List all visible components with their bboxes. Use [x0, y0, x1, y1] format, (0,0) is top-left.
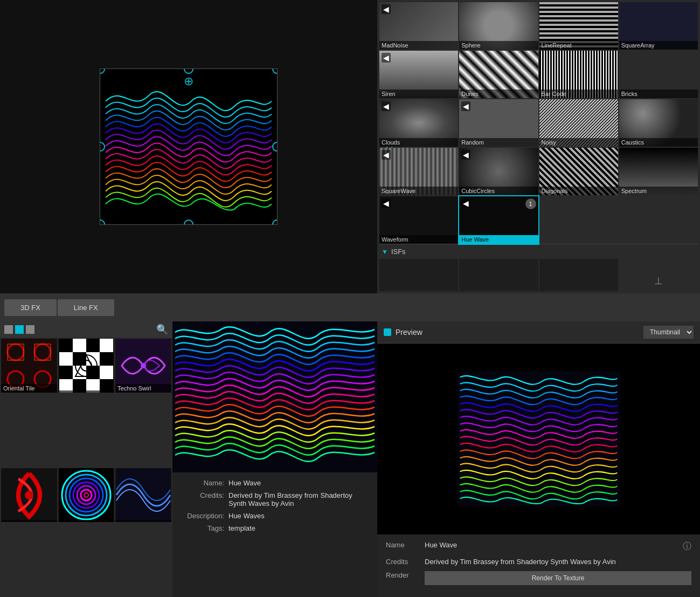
texture-label-cubiccircles: CubicCircles — [459, 187, 538, 195]
source-list-panel: 🔍 Oriental Tile — [0, 321, 172, 597]
detail-description-label: Description: — [181, 512, 224, 520]
info-icon[interactable]: ⓘ — [683, 541, 691, 552]
play-btn-random[interactable]: ◀ — [461, 101, 470, 111]
source-toolbar: 🔍 — [0, 321, 172, 338]
source-label-redswirl — [1, 520, 57, 522]
source-item-concentric[interactable] — [58, 468, 114, 522]
bottom-area: 🔍 Oriental Tile — [0, 321, 700, 597]
texture-item-waveform[interactable]: ◀Waveform — [379, 196, 458, 244]
texture-item-dunes[interactable]: Dunes — [459, 51, 538, 98]
svg-rect-34 — [457, 372, 620, 506]
texture-label-linerepeat: LineRepeat — [539, 41, 618, 50]
texture-item-caustics[interactable]: Caustics — [619, 99, 698, 147]
isf-grid: ⊥ — [379, 259, 698, 291]
badge-huewave: 1 — [525, 198, 536, 209]
info-name-row: Name Hue Wave ⓘ — [386, 541, 691, 552]
texture-label-spectrum: Spectrum — [619, 187, 698, 195]
detail-credits-value: Derived by Tim Brassey from Shadertoy Sy… — [228, 491, 369, 507]
svg-rect-9 — [59, 339, 73, 352]
play-btn-madnoise[interactable]: ◀ — [382, 4, 391, 14]
play-btn-waveform[interactable]: ◀ — [382, 198, 391, 208]
isf-add-button[interactable]: ⊥ — [619, 259, 698, 291]
detail-description-value: Hue Waves — [228, 512, 369, 520]
preview-dropdown[interactable]: Thumbnail — [643, 326, 694, 339]
svg-rect-12 — [100, 352, 113, 366]
isf-arrow[interactable]: ▼ — [382, 248, 388, 256]
texture-item-clouds[interactable]: ◀Clouds — [379, 99, 458, 147]
texture-label-bricks: Bricks — [619, 90, 698, 98]
texture-label-huewave: Hue Wave — [459, 235, 538, 244]
texture-item-squarewave[interactable]: ◀SquareWave — [379, 148, 458, 195]
texture-item-diagonals[interactable]: Diagonals — [539, 148, 618, 195]
texture-label-diagonals: Diagonals — [539, 187, 618, 195]
play-btn-squarewave[interactable]: ◀ — [382, 150, 391, 160]
info-credits-label: Credits — [386, 558, 418, 566]
canvas-inner[interactable]: ⊕ — [100, 68, 278, 225]
texture-label-madnoise: MadNoise — [379, 41, 458, 50]
texture-label-dunes: Dunes — [459, 90, 538, 98]
3dfx-button[interactable]: 3D FX — [4, 299, 57, 316]
texture-item-spectrum[interactable]: Spectrum — [619, 148, 698, 195]
render-to-texture-button[interactable]: Render To Texture — [425, 571, 691, 585]
texture-item-random[interactable]: ◀Random — [459, 99, 538, 147]
svg-rect-13 — [59, 366, 73, 379]
detail-name-value: Hue Wave — [228, 479, 369, 487]
texture-grid: ◀MadNoiseSphereLineRepeatSquareArray◀Sir… — [379, 2, 698, 244]
play-btn-clouds[interactable]: ◀ — [382, 101, 391, 111]
detail-panel: Name: Hue Wave Credits: Derived by Tim B… — [172, 321, 377, 597]
texture-item-linerepeat[interactable]: LineRepeat — [539, 2, 618, 50]
texture-label-clouds: Clouds — [379, 138, 458, 147]
detail-info: Name: Hue Wave Credits: Derived by Tim B… — [172, 472, 377, 597]
texture-item-bricks[interactable]: Bricks — [619, 51, 698, 98]
detail-name-label: Name: — [181, 479, 224, 487]
detail-preview — [172, 321, 377, 472]
move-icon[interactable]: ⊕ — [184, 74, 193, 88]
texture-item-sphere[interactable]: Sphere — [459, 2, 538, 50]
view-medium-btn[interactable] — [15, 325, 24, 334]
play-btn-siren[interactable]: ◀ — [382, 53, 391, 63]
info-name-value: Hue Wave — [425, 541, 676, 549]
play-btn-huewave[interactable]: ◀ — [461, 198, 470, 208]
preview-header: Preview Thumbnail — [377, 321, 700, 344]
source-item-redswirl[interactable] — [1, 468, 57, 522]
detail-description-row: Description: Hue Waves — [181, 512, 369, 520]
texture-item-cubiccircles[interactable]: ◀CubicCircles — [459, 148, 538, 195]
detail-tags-row: Tags: template — [181, 524, 369, 532]
source-label-oriental-tile: Oriental Tile — [1, 384, 57, 393]
texture-item-siren[interactable]: ◀Siren — [379, 51, 458, 98]
middle-bar: 3D FX Line FX — [0, 293, 700, 321]
info-credits-value: Derived by Tim Brassey from Shadertoy Sy… — [425, 558, 691, 566]
source-item-tile[interactable] — [58, 339, 114, 393]
source-label-concentric — [58, 520, 114, 522]
source-item-oriental-tile[interactable]: Oriental Tile — [1, 339, 57, 393]
isf-empty-3 — [539, 259, 618, 291]
source-item-abstract[interactable] — [115, 468, 171, 522]
view-large-btn[interactable] — [26, 325, 34, 334]
preview-dot — [384, 328, 391, 336]
svg-rect-11 — [86, 339, 100, 352]
search-button[interactable]: 🔍 — [156, 324, 168, 335]
play-btn-cubiccircles[interactable]: ◀ — [461, 150, 470, 160]
detail-tags-value: template — [228, 524, 369, 532]
info-render-row: Render Render To Texture — [386, 571, 691, 585]
texture-label-sphere: Sphere — [459, 41, 538, 50]
texture-label-squarewave: SquareWave — [379, 187, 458, 195]
view-small-btn[interactable] — [4, 325, 13, 334]
source-label-tile — [58, 390, 114, 393]
isf-label: ISFs — [391, 248, 406, 256]
texture-item-noisy[interactable]: Noisy — [539, 99, 618, 147]
texture-label-waveform: Waveform — [379, 235, 458, 244]
info-name-label: Name — [386, 541, 418, 549]
texture-item-huewave[interactable]: ◀1Hue Wave — [459, 196, 538, 244]
isf-section: ▼ ISFs — [379, 244, 698, 259]
svg-point-23 — [25, 491, 33, 499]
texture-item-barcode[interactable]: Bar Code — [539, 51, 618, 98]
texture-item-madnoise[interactable]: ◀MadNoise — [379, 2, 458, 50]
linefx-button[interactable]: Line FX — [58, 299, 114, 316]
texture-item-squarearray[interactable]: SquareArray — [619, 2, 698, 50]
info-credits-row: Credits Derived by Tim Brassey from Shad… — [386, 558, 691, 566]
source-item-techno-swirl[interactable]: Techno Swirl — [115, 339, 171, 393]
source-label-techno-swirl: Techno Swirl — [115, 384, 171, 393]
texture-label-siren: Siren — [379, 90, 458, 98]
texture-label-squarearray: SquareArray — [619, 41, 698, 50]
